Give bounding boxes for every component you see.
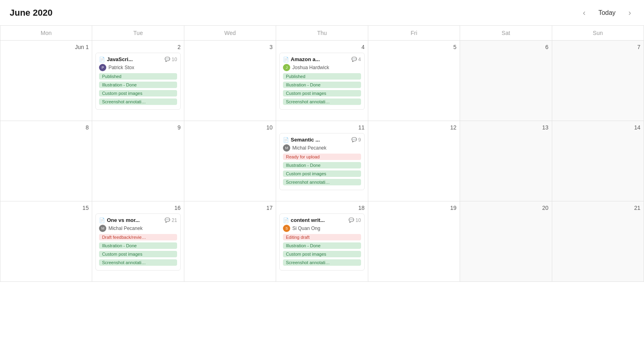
post-card[interactable]: 📄content writ...💬10SSi Quan OngEditing d… — [279, 213, 364, 271]
day-number: 21 — [555, 205, 640, 211]
tag: Illustration - Done — [283, 242, 361, 249]
day-header-sat: Sat — [460, 26, 552, 41]
day-number: 13 — [463, 124, 548, 131]
day-cell-9: 9 — [92, 121, 184, 201]
day-number: 9 — [95, 124, 180, 131]
avatar: P — [99, 64, 106, 71]
today-number: 11 — [358, 124, 365, 131]
day-number: 16 — [95, 205, 180, 211]
tag: Editing draft — [283, 234, 361, 240]
post-comments: 💬10 — [165, 57, 177, 62]
day-cell-jun1: Jun 1 — [0, 41, 92, 121]
day-number: 18 — [279, 205, 364, 211]
day-header-fri: Fri — [368, 26, 460, 41]
tags-container: PublishedIllustration - DoneCustom post … — [283, 73, 361, 106]
post-title: 📄Semantic ... — [283, 137, 320, 143]
post-card[interactable]: 📄One vs mor...💬21MMichal PecanekDraft fe… — [95, 213, 180, 271]
day-header-mon: Mon — [0, 26, 92, 41]
day-number: 2 — [95, 44, 180, 50]
tag: Screenshot annotati… — [99, 259, 177, 266]
day-header-wed: Wed — [184, 26, 276, 41]
post-author: PPatrick Stox — [99, 64, 177, 71]
day-cell-13: 13 — [460, 121, 552, 201]
tag: Custom post images — [283, 251, 361, 257]
post-card[interactable]: 📄Semantic ...💬9MMichal PecanekReady for … — [279, 133, 364, 190]
day-number: 3 — [188, 44, 272, 50]
tag: Ready for upload — [283, 154, 361, 160]
post-card[interactable]: 📄JavaScri...💬10PPatrick StoxPublishedIll… — [95, 53, 180, 110]
day-cell-15: 15 — [0, 201, 92, 282]
day-cell-14: 14 — [552, 121, 644, 201]
post-title: 📄Amazon a... — [283, 56, 320, 62]
tag: Custom post images — [283, 90, 361, 96]
comment-icon: 💬 — [165, 218, 170, 223]
day-cell-18: 18📄content writ...💬10SSi Quan OngEditing… — [276, 201, 368, 282]
day-cell-20: 20 — [460, 201, 552, 282]
post-comments: 💬10 — [349, 218, 361, 223]
post-title: 📄One vs mor... — [99, 217, 140, 223]
author-name: Si Quan Ong — [292, 226, 320, 231]
day-number: Jun 1 — [4, 44, 89, 50]
tag: Illustration - Done — [99, 242, 177, 249]
post-author: JJoshua Hardwick — [283, 64, 361, 71]
post-title: 📄JavaScri... — [99, 56, 132, 62]
tags-container: Editing draftIllustration - DoneCustom p… — [283, 234, 361, 267]
day-cell-17: 17 — [184, 201, 276, 282]
tag: Published — [99, 73, 177, 80]
calendar-title: June 2020 — [10, 8, 580, 18]
tag: Screenshot annotati… — [283, 98, 361, 105]
doc-icon: 📄 — [283, 218, 289, 223]
avatar: M — [283, 144, 290, 152]
day-cell-8: 8 — [0, 121, 92, 201]
post-title: 📄content writ... — [283, 217, 325, 223]
day-number: 5 — [372, 44, 456, 50]
post-card[interactable]: 📄Amazon a...💬4JJoshua HardwickPublishedI… — [279, 53, 364, 110]
doc-icon: 📄 — [99, 218, 105, 223]
comment-icon: 💬 — [351, 137, 357, 142]
day-header-thu: Thu — [276, 26, 368, 41]
tag: Screenshot annotati… — [283, 259, 361, 266]
prev-month-button[interactable]: ‹ — [580, 6, 589, 19]
next-month-button[interactable]: › — [625, 6, 634, 19]
day-header-sun: Sun — [552, 26, 644, 41]
tag: Illustration - Done — [283, 82, 361, 88]
day-number: 7 — [555, 44, 640, 50]
day-cell-6: 6 — [460, 41, 552, 121]
day-cell-5: 5 — [368, 41, 460, 121]
day-cell-19: 19 — [368, 201, 460, 282]
day-cell-2: 2📄JavaScri...💬10PPatrick StoxPublishedIl… — [92, 41, 184, 121]
day-number: 15 — [4, 205, 89, 211]
day-number: 10 — [188, 124, 272, 131]
doc-icon: 📄 — [99, 57, 105, 62]
tag: Custom post images — [283, 170, 361, 177]
day-cell-7: 7 — [552, 41, 644, 121]
comment-icon: 💬 — [351, 57, 357, 62]
day-number: 20 — [463, 205, 548, 211]
calendar-grid: MonTueWedThuFriSatSunJun 12📄JavaScri...💬… — [0, 25, 644, 282]
post-comments: 💬21 — [165, 218, 177, 223]
comment-icon: 💬 — [165, 57, 170, 62]
post-author: MMichal Pecanek — [99, 225, 177, 232]
day-number: 4 — [279, 44, 364, 50]
tag: Illustration - Done — [99, 82, 177, 88]
day-number: 14 — [555, 124, 640, 131]
day-cell-11: 11📄Semantic ...💬9MMichal PecanekReady fo… — [276, 121, 368, 201]
tags-container: PublishedIllustration - DoneCustom post … — [99, 73, 177, 106]
post-author: MMichal Pecanek — [283, 144, 361, 152]
tag: Screenshot annotati… — [283, 179, 361, 185]
tags-container: Ready for uploadIllustration - DoneCusto… — [283, 154, 361, 187]
tag: Illustration - Done — [283, 162, 361, 168]
day-header-tue: Tue — [92, 26, 184, 41]
day-number: 19 — [372, 205, 456, 211]
author-name: Michal Pecanek — [292, 145, 326, 151]
author-name: Joshua Hardwick — [292, 65, 329, 70]
day-cell-10: 10 — [184, 121, 276, 201]
tag: Custom post images — [99, 90, 177, 96]
day-cell-16: 16📄One vs mor...💬21MMichal PecanekDraft … — [92, 201, 184, 282]
doc-icon: 📄 — [283, 57, 289, 62]
post-comments: 💬9 — [351, 137, 361, 143]
tag: Draft feedback/revie… — [99, 234, 177, 240]
post-author: SSi Quan Ong — [283, 225, 361, 232]
day-cell-4: 4📄Amazon a...💬4JJoshua HardwickPublished… — [276, 41, 368, 121]
today-button[interactable]: Today — [594, 8, 621, 18]
